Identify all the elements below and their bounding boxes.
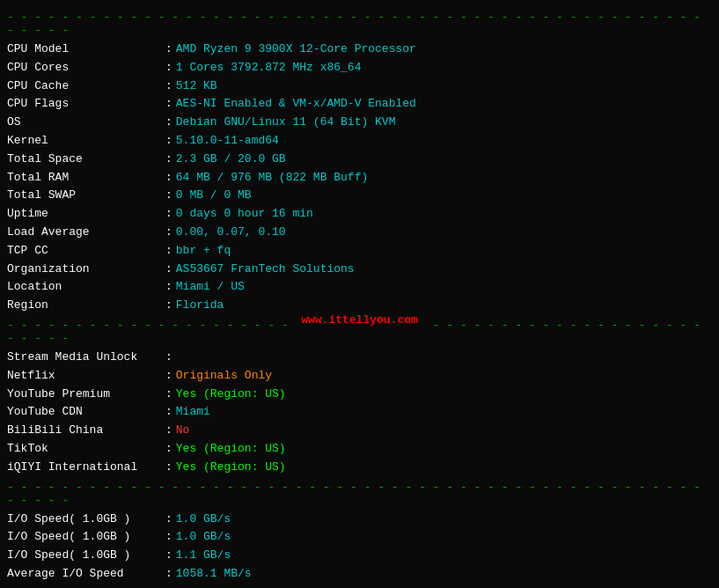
table-row: TikTok : Yes (Region: US) [7,440,712,459]
table-row: Stream Media Unlock : [7,349,712,367]
label-netflix: Netflix [7,367,165,386]
table-row: Load Average : 0.00, 0.07, 0.10 [7,224,712,242]
table-row: CPU Cache : 512 KB [7,77,712,96]
table-row: CPU Cores : 1 Cores 3792.872 MHz x86_64 [7,59,712,77]
io-section: I/O Speed( 1.0GB ) : 1.0 GB/s I/O Speed(… [7,511,712,584]
table-row: CPU Flags : AES-NI Enabled & VM-x/AMD-V … [7,95,712,114]
separator: : [165,511,172,529]
value-cpu-cores: 1 Cores 3792.872 MHz x86_64 [176,59,362,77]
streaming-section: Stream Media Unlock : Netflix : Original… [7,349,712,477]
table-row: Organization : AS53667 FranTech Solution… [7,261,712,279]
value-region: Florida [176,297,224,315]
value-total-swap: 0 MB / 0 MB [176,187,252,205]
label-cpu-cache: CPU Cache [7,77,165,96]
divider-io: - - - - - - - - - - - - - - - - - - - - … [7,481,712,507]
value-netflix: Originals Only [176,367,272,386]
table-row: Location : Miami / US [7,278,712,297]
value-cpu-flags: AES-NI Enabled & VM-x/AMD-V Enabled [176,95,416,114]
label-cpu-model: CPU Model [7,40,165,59]
separator: : [165,151,172,169]
separator: : [165,547,172,565]
value-kernel: 5.10.0-11-amd64 [176,132,279,151]
table-row: YouTube Premium : Yes (Region: US) [7,386,712,404]
separator: : [165,77,172,96]
value-load-average: 0.00, 0.07, 0.10 [176,224,286,242]
separator: : [165,297,172,315]
table-row: Region : Florida [7,297,712,315]
table-row: Uptime : 0 days 0 hour 16 min [7,205,712,224]
separator: : [165,278,172,297]
label-iqiyi: iQIYI International [7,459,165,477]
table-row: OS : Debian GNU/Linux 11 (64 Bit) KVM [7,114,712,132]
value-location: Miami / US [176,278,245,297]
label-bilibili: BiliBili China [7,422,165,440]
value-os: Debian GNU/Linux 11 (64 Bit) KVM [176,114,396,132]
value-total-space: 2.3 GB / 20.0 GB [176,151,286,169]
value-iqiyi: Yes (Region: US) [176,459,286,477]
separator: : [165,132,172,151]
separator: : [165,565,172,584]
table-row: I/O Speed( 1.0GB ) : 1.0 GB/s [7,511,712,529]
value-youtube-premium: Yes (Region: US) [176,386,286,404]
label-tcp-cc: TCP CC [7,242,165,261]
table-row: Total SWAP : 0 MB / 0 MB [7,187,712,205]
label-total-space: Total Space [7,151,165,169]
value-youtube-cdn: Miami [176,403,210,422]
separator: : [165,349,172,367]
table-row: Total RAM : 64 MB / 976 MB (822 MB Buff) [7,169,712,187]
label-total-swap: Total SWAP [7,187,165,205]
label-io3: I/O Speed( 1.0GB ) [7,547,165,565]
table-row: BiliBili China : No [7,422,712,440]
label-location: Location [7,278,165,297]
table-row: I/O Speed( 1.0GB ) : 1.0 GB/s [7,528,712,547]
label-tiktok: TikTok [7,440,165,459]
separator: : [165,205,172,224]
separator: : [165,242,172,261]
system-section: CPU Model : AMD Ryzen 9 3900X 12-Core Pr… [7,40,712,315]
terminal: - - - - - - - - - - - - - - - - - - - - … [7,11,712,588]
label-io2: I/O Speed( 1.0GB ) [7,528,165,547]
table-row: CPU Model : AMD Ryzen 9 3900X 12-Core Pr… [7,40,712,59]
table-row: Total Space : 2.3 GB / 20.0 GB [7,151,712,169]
label-io1: I/O Speed( 1.0GB ) [7,511,165,529]
separator: : [165,224,172,242]
separator: : [165,403,172,422]
value-uptime: 0 days 0 hour 16 min [176,205,313,224]
label-total-ram: Total RAM [7,169,165,187]
value-tiktok: Yes (Region: US) [176,440,286,459]
value-cpu-model: AMD Ryzen 9 3900X 12-Core Processor [176,40,416,59]
label-stream-header: Stream Media Unlock [7,349,165,367]
value-bilibili: No [176,422,190,440]
separator: : [165,528,172,547]
label-load-average: Load Average [7,224,165,242]
watermark: www.ittellyou.com [294,313,425,327]
label-youtube-cdn: YouTube CDN [7,403,165,422]
separator: : [165,367,172,386]
label-avg-io: Average I/O Speed [7,565,165,584]
value-avg-io: 1058.1 MB/s [176,565,252,584]
separator: : [165,422,172,440]
label-uptime: Uptime [7,205,165,224]
label-region: Region [7,297,165,315]
separator: : [165,59,172,77]
separator: : [165,261,172,279]
label-kernel: Kernel [7,132,165,151]
label-organization: Organization [7,261,165,279]
table-row: I/O Speed( 1.0GB ) : 1.1 GB/s [7,547,712,565]
separator: : [165,386,172,404]
label-cpu-flags: CPU Flags [7,95,165,114]
divider-top: - - - - - - - - - - - - - - - - - - - - … [7,11,712,37]
separator: : [165,169,172,187]
separator: : [165,187,172,205]
separator: : [165,459,172,477]
value-io3: 1.1 GB/s [176,547,231,565]
table-row: Average I/O Speed : 1058.1 MB/s [7,565,712,584]
separator: : [165,114,172,132]
value-total-ram: 64 MB / 976 MB (822 MB Buff) [176,169,368,187]
label-cpu-cores: CPU Cores [7,59,165,77]
label-os: OS [7,114,165,132]
value-tcp-cc: bbr + fq [176,242,231,261]
separator: : [165,440,172,459]
separator: : [165,95,172,114]
table-row: Netflix : Originals Only [7,367,712,386]
